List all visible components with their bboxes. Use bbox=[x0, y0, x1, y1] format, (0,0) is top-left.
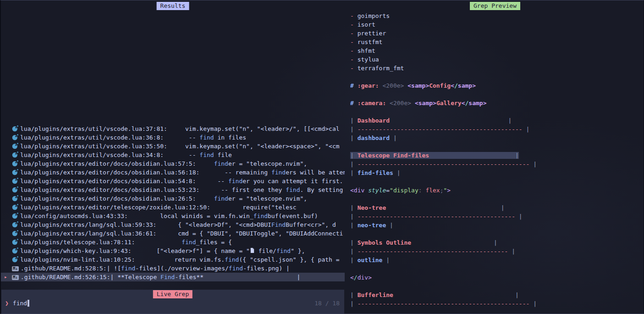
result-row[interactable]: lua/plugins/nvim-lint.lua:10:25: return … bbox=[1, 255, 345, 264]
prompt-input[interactable]: ❯ find 18 / 18 bbox=[5, 299, 340, 308]
preview-line: | Dashboard | bbox=[350, 116, 644, 125]
lua-icon bbox=[12, 134, 18, 140]
preview-body: - goimports- isort- prettier- rustfmt- s… bbox=[350, 11, 644, 308]
result-row[interactable]: lua/plugins/extras/lang/sql.lua:59:33: {… bbox=[1, 220, 345, 229]
lua-icon bbox=[12, 256, 18, 263]
preview-line: | --------------------------------------… bbox=[350, 247, 644, 256]
file-icon bbox=[250, 247, 255, 255]
text-cursor bbox=[28, 300, 29, 307]
lua-icon bbox=[12, 239, 18, 245]
result-row[interactable]: ▸M↓.github/README.md:526:15:| **Telescop… bbox=[1, 273, 345, 281]
result-row[interactable]: lua/plugins/extras/util/vscode.lua:35:50… bbox=[1, 142, 345, 151]
lua-icon bbox=[12, 143, 18, 149]
markdown-icon: M↓ bbox=[12, 266, 19, 271]
preview-line: - terraform_fmt bbox=[350, 64, 644, 73]
lua-icon bbox=[12, 160, 18, 167]
preview-line bbox=[350, 230, 644, 238]
result-row[interactable]: lua/plugins/extras/editor/docs/obsidian.… bbox=[1, 177, 345, 185]
result-row[interactable]: lua/plugins/extras/util/vscode.lua:37:81… bbox=[1, 124, 345, 133]
results-title-badge: Results bbox=[157, 2, 189, 10]
preview-line: | neo-tree | bbox=[350, 221, 644, 230]
preview-line: | --------------------------------------… bbox=[350, 160, 644, 168]
preview-line bbox=[350, 90, 644, 99]
preview-line: - goimports bbox=[350, 11, 644, 20]
preview-line: - rustfmt bbox=[350, 38, 644, 46]
preview-line: </div> bbox=[350, 273, 644, 282]
lua-icon bbox=[12, 125, 18, 132]
preview-line: - stylua bbox=[350, 55, 644, 64]
preview-line: | --------------------------------------… bbox=[350, 212, 644, 221]
lua-icon bbox=[12, 221, 18, 228]
preview-line: | find-files | bbox=[350, 168, 644, 177]
preview-line bbox=[350, 282, 644, 291]
live-grep-title-badge: Live Grep bbox=[153, 290, 193, 298]
preview-line: | Symbols Outline | bbox=[350, 238, 644, 247]
preview-line: | Neo-tree | bbox=[350, 203, 644, 212]
lua-icon bbox=[12, 195, 18, 202]
prompt-chevron-icon: ❯ bbox=[5, 299, 9, 308]
preview-line bbox=[350, 177, 644, 186]
prompt-window: Live Grep ❯ find 18 / 18 bbox=[1, 290, 344, 314]
result-row[interactable]: lua/plugins/extras/util/vscode.lua:34:8:… bbox=[1, 151, 345, 159]
result-row[interactable]: lua/plugins/extras/editor/telescope/zoxi… bbox=[1, 203, 345, 212]
results-panel: Results lua/plugins/extras/util/vscode.l… bbox=[1, 0, 345, 286]
lua-icon bbox=[12, 169, 18, 175]
preview-line bbox=[350, 142, 644, 151]
results-list: lua/plugins/extras/util/vscode.lua:37:81… bbox=[1, 124, 345, 281]
result-row[interactable]: lua/plugins/extras/lang/sql.lua:36:61: c… bbox=[1, 229, 345, 238]
preview-line: | Bufferline | bbox=[350, 291, 644, 299]
result-row[interactable]: lua/plugins/extras/editor/docs/obsidian.… bbox=[1, 185, 345, 194]
preview-line: | Telescope Find-files | bbox=[350, 151, 644, 160]
lua-icon bbox=[12, 213, 18, 219]
result-row[interactable]: lua/plugins/extras/editor/docs/obsidian.… bbox=[1, 168, 345, 177]
grep-preview-title-badge: Grep Preview bbox=[470, 2, 520, 10]
lua-icon bbox=[12, 230, 18, 236]
lua-icon bbox=[12, 178, 18, 184]
telescope-live-grep-window: Results lua/plugins/extras/util/vscode.l… bbox=[0, 0, 644, 314]
result-row[interactable]: lua/plugins/telescope.lua:78:11: find_fi… bbox=[1, 238, 345, 247]
preview-line: | --------------------------------------… bbox=[350, 299, 644, 308]
result-row[interactable]: lua/plugins/extras/editor/docs/obsidian.… bbox=[1, 194, 345, 203]
selection-caret-icon: ▸ bbox=[4, 273, 7, 281]
prompt-query-text: find bbox=[13, 299, 27, 308]
preview-line: - shfmt bbox=[350, 46, 644, 55]
preview-line: - isort bbox=[350, 20, 644, 29]
markdown-icon: M↓ bbox=[12, 275, 19, 280]
preview-line bbox=[350, 264, 644, 273]
result-row[interactable]: lua/plugins/extras/editor/docs/obsidian.… bbox=[1, 159, 345, 168]
lua-icon bbox=[12, 151, 18, 158]
lua-icon bbox=[12, 186, 18, 193]
result-row[interactable]: lua/config/autocmds.lua:43:33: local win… bbox=[1, 212, 345, 220]
result-row[interactable]: lua/plugins/which-key.lua:9:43: ["<leade… bbox=[1, 247, 345, 255]
preview-line bbox=[350, 195, 644, 203]
preview-line: | dashboard | bbox=[350, 134, 644, 142]
preview-line: <div style="display: flex;"> bbox=[350, 186, 644, 195]
result-row[interactable]: lua/plugins/extras/util/vscode.lua:36:8:… bbox=[1, 133, 345, 142]
result-row[interactable]: M↓.github/README.md:528:5:| ![find-files… bbox=[1, 264, 345, 273]
result-counter: 18 / 18 bbox=[314, 299, 340, 308]
lua-icon bbox=[12, 247, 18, 254]
preview-line: # :gear: <200e> <samp>Config</samp> bbox=[350, 81, 644, 90]
preview-line bbox=[350, 73, 644, 81]
preview-line: - prettier bbox=[350, 29, 644, 38]
lua-icon bbox=[12, 204, 18, 210]
preview-line: | --------------------------------------… bbox=[350, 125, 644, 134]
preview-panel: Grep Preview - goimports- isort- prettie… bbox=[346, 0, 644, 314]
preview-line: # :camera: <200e> <samp>Gallery</samp> bbox=[350, 99, 644, 107]
preview-line: | outline | bbox=[350, 256, 644, 264]
preview-line bbox=[350, 107, 644, 116]
